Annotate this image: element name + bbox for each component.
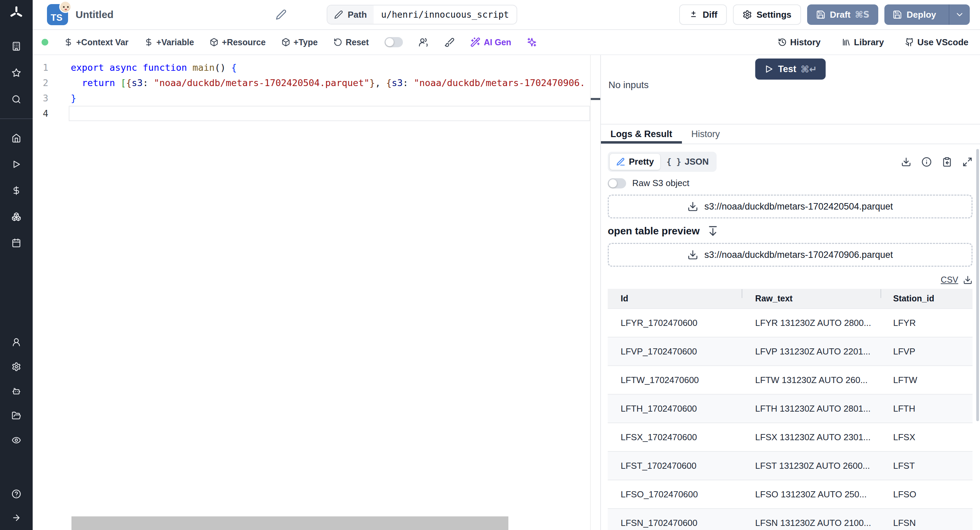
sidebar-item-bot[interactable] [9,384,24,399]
inputs-section: Test ⌘↵ No inputs [601,55,980,124]
editor-toolbar: +Context Var +Variable +Resource +Type R… [33,30,980,55]
line-number: 1 [33,62,68,73]
format-code-button[interactable] [444,37,455,47]
table-cell: LFSN [885,518,972,528]
multiplayer-toggle[interactable] [385,37,403,47]
path-value: u/henri/innocuous_script [374,5,517,24]
sidebar-item-folder-open[interactable] [9,408,24,423]
ai-assistant-button[interactable] [527,37,537,47]
sidebar-item-user[interactable] [9,335,24,350]
building-icon [11,41,21,51]
code-line-4[interactable]: 4 [33,106,600,121]
sidebar-item-home[interactable] [9,131,24,146]
tab-logs-result[interactable]: Logs & Result [601,124,682,144]
open-table-preview[interactable]: open table preview [608,225,972,237]
code-line-3[interactable]: 3} [33,90,600,106]
history-button[interactable]: History [778,37,821,48]
code-editor[interactable]: 1export async function main() {2 return … [33,55,601,530]
code-text: } [71,93,76,103]
table-cell: LFYR [885,318,972,328]
use-vscode-button[interactable]: Use VScode [905,37,969,48]
table-cell: LFVP_1702470600 [608,346,746,357]
reset-label: Reset [346,37,369,47]
sidebar-item-eye[interactable] [9,433,24,447]
library-button[interactable]: Library [842,37,884,48]
library-icon [842,38,851,47]
test-button[interactable]: Test ⌘↵ [755,59,826,79]
csv-download-link[interactable]: CSV [941,275,958,285]
draft-button[interactable]: Draft ⌘S [807,5,878,25]
settings-button[interactable]: Settings [733,5,801,25]
expand-icon[interactable] [962,157,972,167]
table-cell: LFSN 131230Z AUTO 2100... [746,518,885,528]
json-view-button[interactable]: { } JSON [660,154,715,170]
table-cell: LFST_1702470600 [608,460,746,471]
windmill-logo[interactable] [9,5,24,21]
sidebar-item-dollar-sign[interactable] [9,183,24,198]
download-icon[interactable] [963,275,972,285]
sidebar-bottom [9,486,24,525]
code-text: return [{s3: "noaa/duckdb/metars-1702420… [71,78,585,88]
column-header-station_id: Station_id [885,294,972,303]
sidebar-item-play[interactable] [9,157,24,172]
sidebar-item-settings[interactable] [9,359,24,374]
ai-gen-button[interactable]: AI Gen [470,37,511,47]
deploy-button[interactable]: Deploy [885,5,944,25]
typescript-badge-label: TS [51,13,63,23]
sidebar-item-help-circle[interactable] [9,486,24,501]
tab-history[interactable]: History [682,124,730,144]
diff-label: Diff [703,10,717,20]
bot-icon [11,386,21,396]
download-icon[interactable] [901,157,911,167]
sidebar-item-search[interactable] [9,92,24,107]
sidebar-item-boxes[interactable] [9,209,24,224]
brush-icon [444,37,455,47]
table-row: LFTW_1702470600LFTW 131230Z AUTO 260...L… [608,365,972,394]
code-line-2[interactable]: 2 return [{s3: "noaa/duckdb/metars-17024… [33,75,600,90]
add-type-button[interactable]: +Type [282,37,318,47]
path-label: Path [348,10,367,20]
add-resource-button[interactable]: +Resource [210,37,266,47]
multiplayer-button[interactable] [418,37,429,47]
overview-ruler-cursor-mark [591,98,600,100]
raw-s3-toggle[interactable] [608,178,626,189]
deploy-dropdown-button[interactable] [949,5,970,25]
sidebar-item-building[interactable] [9,39,24,54]
play-icon [764,64,773,74]
star-icon [11,68,21,78]
user-icon [11,338,21,347]
edit-summary-button[interactable] [275,9,286,20]
pretty-view-button[interactable]: Pretty [609,154,660,170]
clipboard-icon[interactable] [942,157,952,167]
code-line-1[interactable]: 1export async function main() { [33,60,600,75]
table-row: LFSO_1702470600LFSO 131230Z AUTO 250...L… [608,480,972,508]
reset-button[interactable]: Reset [334,37,369,47]
info-icon[interactable] [921,157,932,167]
table-cell: LFYR_1702470600 [608,318,746,328]
s3-download-button-1[interactable]: s3://noaa/duckdb/metars-1702420504.parqu… [608,195,972,218]
chevron-down-icon [955,10,964,19]
add-variable-button[interactable]: +Variable [144,37,194,47]
sidebar-item-calendar[interactable] [9,235,24,251]
editor-horizontal-scrollbar[interactable] [72,516,508,530]
add-context-var-button[interactable]: +Context Var [64,37,129,47]
raw-s3-label: Raw S3 object [632,178,689,189]
diff-button[interactable]: Diff [679,5,727,25]
topbar-actions: Diff Settings Draft ⌘S Deploy [679,5,970,25]
history-clock-icon [778,38,787,47]
plus-minus-icon [689,10,698,19]
s3-download-button-2[interactable]: s3://noaa/duckdb/metars-1702470906.parqu… [608,243,972,267]
table-cell: LFSO 131230Z AUTO 250... [746,489,885,500]
dollar-sign-icon [11,186,21,195]
result-vertical-scrollbar[interactable] [976,149,979,421]
vscode-cat-icon [905,38,914,47]
table-cell: LFYR 131230Z AUTO 2800... [746,318,885,328]
sidebar-item-star[interactable] [9,65,24,80]
sparkles-icon [527,37,537,47]
minimap-divider [590,55,591,530]
add-type-label: +Type [294,37,318,47]
table-cell: LFST [885,460,972,471]
sidebar-item-arrow-right[interactable] [9,510,24,525]
path-chip[interactable]: Path u/henri/innocuous_script [327,5,517,24]
sidebar-group-0 [0,39,33,107]
